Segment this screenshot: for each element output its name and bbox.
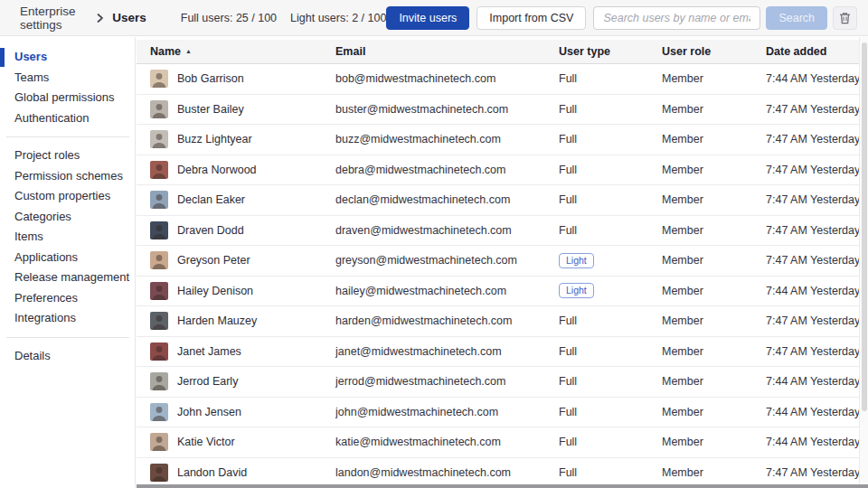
user-type: Full [559,72,662,85]
date-added: 7:44 AM Yesterday [766,436,859,448]
table-row[interactable]: John Jensen john@midwestmachinetech.com … [137,398,859,428]
table-row[interactable]: Buster Bailey buster@midwestmachinetech.… [137,95,859,126]
trash-button[interactable] [833,6,857,30]
user-name: Buster Bailey [177,103,244,116]
table-row[interactable]: Buzz Lightyear buzz@midwestmachinetech.c… [137,125,859,155]
column-header-name[interactable]: Name ▲ [137,45,335,58]
import-from-csv-button[interactable]: Import from CSV [476,6,586,30]
invite-users-button[interactable]: Invite users [386,6,469,30]
full-users-count: Full users: 25 / 100 [181,12,277,24]
user-type: Full [559,314,662,327]
date-added: 7:47 AM Yesterday [766,193,859,206]
sidebar-item-items[interactable]: Items [0,227,135,248]
sidebar-item-integrations[interactable]: Integrations [0,308,135,329]
date-added: 7:47 AM Yesterday [766,254,859,267]
table-row[interactable]: Jerrod Early jerrod@midwestmachinetech.c… [137,367,859,398]
light-users-count: Light users: 2 / 100 [290,12,386,24]
sidebar-item-permission-schemes[interactable]: Permission schemes [0,166,135,187]
user-type: Full [559,193,662,206]
user-email: bob@midwestmachinetech.com [335,72,559,85]
table-row[interactable]: Landon David landon@midwestmachinetech.c… [137,458,859,488]
user-role: Member [662,314,766,327]
user-role: Member [662,133,766,145]
user-name: Hailey Denison [177,285,253,297]
user-type: Light [559,283,662,298]
user-email: greyson@midwestmachinetech.com [335,254,559,267]
vertical-scrollbar-thumb[interactable] [862,42,867,411]
column-header-user-type[interactable]: User type [559,45,662,58]
user-role: Member [662,345,766,358]
sidebar-item-teams[interactable]: Teams [0,68,135,89]
table-row[interactable]: Debra Norwood debra@midwestmachinetech.c… [137,155,859,186]
vertical-scrollbar[interactable] [859,37,868,488]
user-name: Greyson Peter [177,254,250,267]
sidebar-item-global-permissions[interactable]: Global permissions [0,88,135,108]
sidebar-item-authentication[interactable]: Authentication [0,108,135,129]
date-added: 7:44 AM Yesterday [766,72,859,85]
sidebar-item-details[interactable]: Details [0,346,135,367]
chevron-right-icon [97,14,104,23]
user-email: harden@midwestmachinetech.com [335,314,559,327]
avatar [150,221,168,239]
avatar [150,372,168,390]
user-name: Buzz Lightyear [177,133,252,145]
table-row[interactable]: Katie Victor katie@midwestmachinetech.co… [137,427,859,458]
top-bar: Enterprise settings Users Full users: 25… [0,0,868,36]
user-name: Katie Victor [177,436,235,448]
sidebar-item-project-roles[interactable]: Project roles [0,145,135,166]
sidebar-item-categories[interactable]: Categories [0,207,135,228]
search-input[interactable] [593,6,760,30]
sidebar-item-users[interactable]: Users [0,47,135,68]
breadcrumb-root[interactable]: Enterprise settings [20,5,89,32]
sidebar-item-applications[interactable]: Applications [0,248,135,268]
date-added: 7:47 AM Yesterday [766,224,859,237]
sidebar-divider [6,136,129,137]
user-name: Landon David [177,466,247,479]
breadcrumb-current: Users [112,11,146,24]
user-role: Member [662,164,766,176]
sidebar-item-custom-properties[interactable]: Custom properties [0,186,135,207]
user-name: Declan Eaker [177,193,245,206]
user-role: Member [662,375,766,388]
table-row[interactable]: Bob Garrison bob@midwestmachinetech.com … [137,64,859,95]
table-row[interactable]: Draven Dodd draven@midwestmachinetech.co… [137,216,859,247]
table-row[interactable]: Harden Mauzey harden@midwestmachinetech.… [137,306,859,337]
sidebar-item-release-management[interactable]: Release management [0,267,135,288]
user-email: katie@midwestmachinetech.com [335,436,559,448]
user-name: John Jensen [177,406,241,418]
avatar [150,130,168,148]
table-row[interactable]: Declan Eaker declan@midwestmachinetech.c… [137,185,859,216]
user-name: Draven Dodd [177,224,244,237]
column-header-date-added[interactable]: Date added [766,45,859,58]
table-row[interactable]: Janet James janet@midwestmachinetech.com… [137,337,859,368]
search-button[interactable]: Search [766,6,827,30]
user-email: declan@midwestmachinetech.com [335,193,559,206]
user-role: Member [662,193,766,206]
date-added: 7:44 AM Yesterday [766,375,859,388]
sidebar-item-preferences[interactable]: Preferences [0,288,135,309]
sidebar-divider [6,337,129,338]
date-added: 7:47 AM Yesterday [766,164,859,176]
horizontal-scrollbar[interactable] [137,484,868,488]
avatar [150,161,168,179]
light-user-badge: Light [559,283,594,298]
user-email: landon@midwestmachinetech.com [335,466,559,479]
user-name: Jerrod Early [177,375,238,388]
user-type: Light [559,253,662,268]
user-type: Full [559,345,662,358]
user-email: janet@midwestmachinetech.com [335,345,559,358]
table-row[interactable]: Hailey Denison hailey@midwestmachinetech… [137,277,859,307]
date-added: 7:47 AM Yesterday [766,103,859,116]
user-role: Member [662,254,766,267]
avatar [150,282,168,300]
user-name: Harden Mauzey [177,314,257,327]
column-header-user-role[interactable]: User role [662,45,766,58]
light-user-badge: Light [559,253,594,268]
avatar [150,100,168,118]
user-role: Member [662,72,766,85]
column-header-email[interactable]: Email [335,45,559,58]
user-role: Member [662,466,766,479]
user-email: john@midwestmachinetech.com [335,406,559,418]
user-email: buzz@midwestmachinetech.com [335,133,559,145]
table-row[interactable]: Greyson Peter greyson@midwestmachinetech… [137,246,859,277]
